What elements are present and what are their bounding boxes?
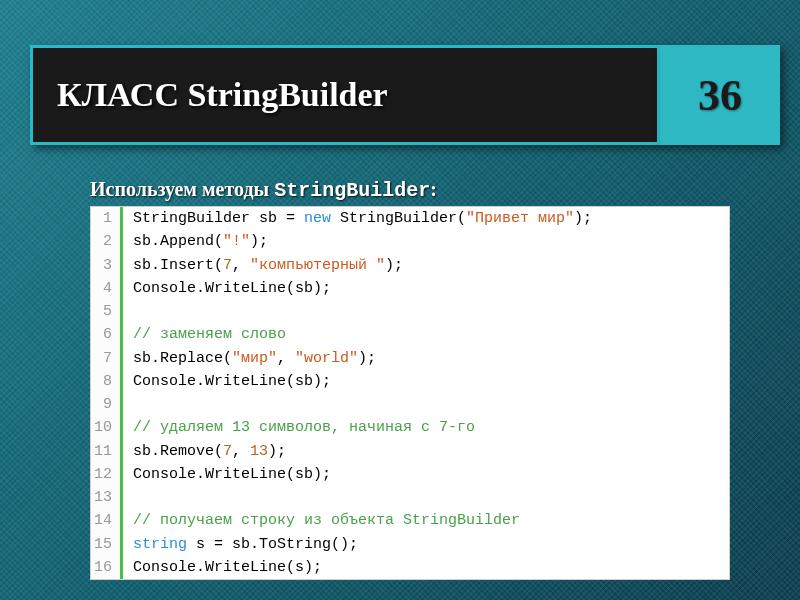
code-line: StringBuilder sb = new StringBuilder("Пр… (123, 207, 729, 230)
code-token: "world" (295, 350, 358, 367)
code-token: StringBuilder sb = (133, 210, 304, 227)
line-number: 4 (91, 277, 123, 300)
code-line (123, 393, 729, 416)
subtitle-suffix: : (430, 178, 437, 200)
code-token: ); (385, 257, 403, 274)
code-token: 7 (223, 443, 232, 460)
code-token: sb.Append( (133, 233, 223, 250)
line-number: 10 (91, 416, 123, 439)
code-token: sb.Replace( (133, 350, 232, 367)
line-number: 12 (91, 463, 123, 486)
line-number: 9 (91, 393, 123, 416)
code-token: "компьютерный " (250, 257, 385, 274)
page-number: 36 (698, 70, 742, 121)
code-line: sb.Replace("мир", "world"); (123, 347, 729, 370)
code-line: Console.WriteLine(sb); (123, 463, 729, 486)
code-token: Console.WriteLine(s); (133, 559, 322, 576)
code-token: sb.Insert( (133, 257, 223, 274)
code-token: ); (358, 350, 376, 367)
code-line: Console.WriteLine(sb); (123, 370, 729, 393)
title-box: КЛАСС StringBuilder (30, 45, 660, 145)
line-number: 6 (91, 323, 123, 346)
code-line (123, 486, 729, 509)
line-number: 8 (91, 370, 123, 393)
code-line (123, 300, 729, 323)
code-row: 12Console.WriteLine(sb); (91, 463, 729, 486)
line-number: 7 (91, 347, 123, 370)
code-row: 1StringBuilder sb = new StringBuilder("П… (91, 207, 729, 230)
code-row: 13 (91, 486, 729, 509)
subtitle-prefix: Используем методы (90, 178, 274, 200)
code-token: StringBuilder( (331, 210, 466, 227)
code-line: sb.Append("!"); (123, 230, 729, 253)
code-row: 11sb.Remove(7, 13); (91, 440, 729, 463)
code-token: "!" (223, 233, 250, 250)
line-number: 13 (91, 486, 123, 509)
code-token: Console.WriteLine(sb); (133, 466, 331, 483)
line-number: 2 (91, 230, 123, 253)
code-row: 4Console.WriteLine(sb); (91, 277, 729, 300)
code-row: 6// заменяем слово (91, 323, 729, 346)
code-token: ); (250, 233, 268, 250)
code-line: sb.Insert(7, "компьютерный "); (123, 254, 729, 277)
code-line: Console.WriteLine(sb); (123, 277, 729, 300)
code-token: ); (574, 210, 592, 227)
code-line: sb.Remove(7, 13); (123, 440, 729, 463)
code-row: 9 (91, 393, 729, 416)
code-token: // получаем строку из объекта StringBuil… (133, 512, 520, 529)
code-token: Console.WriteLine(sb); (133, 280, 331, 297)
code-token: // удаляем 13 символов, начиная с 7-го (133, 419, 475, 436)
code-token: sb.Remove( (133, 443, 223, 460)
page-number-box: 36 (660, 45, 780, 145)
code-line: // удаляем 13 символов, начиная с 7-го (123, 416, 729, 439)
code-token: "мир" (232, 350, 277, 367)
code-row: 7sb.Replace("мир", "world"); (91, 347, 729, 370)
slide-title: КЛАСС StringBuilder (57, 76, 388, 114)
code-token: s = sb.ToString(); (187, 536, 358, 553)
line-number: 3 (91, 254, 123, 277)
line-number: 11 (91, 440, 123, 463)
code-row: 15string s = sb.ToString(); (91, 533, 729, 556)
code-token: 13 (250, 443, 268, 460)
code-row: 16Console.WriteLine(s); (91, 556, 729, 579)
code-row: 5 (91, 300, 729, 323)
code-row: 8Console.WriteLine(sb); (91, 370, 729, 393)
code-row: 10// удаляем 13 символов, начиная с 7-го (91, 416, 729, 439)
code-token: string (133, 536, 187, 553)
line-number: 15 (91, 533, 123, 556)
slide-header: КЛАСС StringBuilder 36 (30, 45, 780, 145)
code-token: 7 (223, 257, 232, 274)
code-token: , (232, 443, 250, 460)
line-number: 14 (91, 509, 123, 532)
code-line: // заменяем слово (123, 323, 729, 346)
code-row: 2sb.Append("!"); (91, 230, 729, 253)
subtitle: Используем методы StringBuilder: (90, 178, 437, 202)
code-block: 1StringBuilder sb = new StringBuilder("П… (90, 206, 730, 580)
code-token: "Привет мир" (466, 210, 574, 227)
code-row: 3sb.Insert(7, "компьютерный "); (91, 254, 729, 277)
line-number: 1 (91, 207, 123, 230)
code-line: // получаем строку из объекта StringBuil… (123, 509, 729, 532)
code-token: ); (268, 443, 286, 460)
code-token: , (232, 257, 250, 274)
code-token: Console.WriteLine(sb); (133, 373, 331, 390)
code-row: 14// получаем строку из объекта StringBu… (91, 509, 729, 532)
code-token: new (304, 210, 331, 227)
code-token: // заменяем слово (133, 326, 286, 343)
subtitle-mono: StringBuilder (274, 179, 430, 202)
code-line: Console.WriteLine(s); (123, 556, 729, 579)
code-line: string s = sb.ToString(); (123, 533, 729, 556)
line-number: 5 (91, 300, 123, 323)
code-token: , (277, 350, 295, 367)
line-number: 16 (91, 556, 123, 579)
